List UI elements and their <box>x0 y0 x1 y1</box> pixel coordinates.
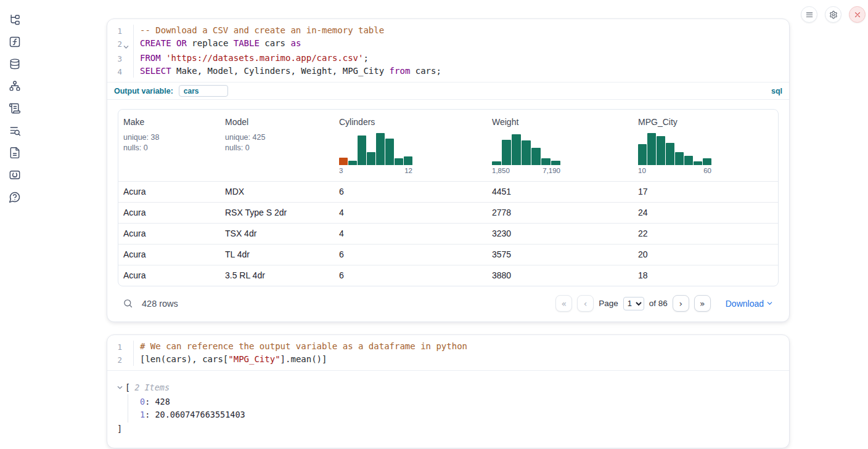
output-variable-bar: Output variable: sql <box>107 82 789 100</box>
table-row: AcuraRSX Type S 2dr4277824 <box>118 202 778 223</box>
tree-entry-key: 1 <box>140 410 145 419</box>
code-line: 2CREATE OR replace TABLE cars as <box>107 38 789 53</box>
histogram-ticks: 1060 <box>638 167 711 175</box>
code-text: FROM 'https://datasets.marimo.app/cars.c… <box>133 52 789 65</box>
python-editor[interactable]: 1# We can reference the output variable … <box>107 335 789 370</box>
prev-page-button[interactable]: ‹ <box>577 295 594 312</box>
settings-button[interactable] <box>825 6 841 23</box>
notebook: 1-- Download a CSV and create an in-memo… <box>107 18 790 448</box>
table-cell: Acura <box>118 245 220 265</box>
items-count-label: 2 Items <box>134 381 170 394</box>
histogram-ticks: 312 <box>339 167 412 175</box>
table-cell: TL 4dr <box>220 245 334 265</box>
table-cell: 18 <box>633 265 778 286</box>
tree-entry: 1: 20.060747663551403 <box>140 408 779 421</box>
output-variable-label: Output variable: <box>114 87 173 95</box>
table-cell: Acura <box>118 224 220 244</box>
hist-bar <box>666 143 674 165</box>
scratchpad-icon[interactable] <box>9 102 21 115</box>
table-cell: Acura <box>118 265 220 286</box>
functions-icon[interactable] <box>9 36 21 48</box>
column-name[interactable]: MPG_City <box>638 117 773 127</box>
tree-entry-value: 20.060747663551403 <box>155 410 245 419</box>
hist-bar <box>512 134 521 165</box>
download-button[interactable]: Download <box>726 299 774 309</box>
table-cell: 3230 <box>487 224 633 244</box>
last-page-button[interactable]: » <box>694 295 711 312</box>
code-token: replace <box>187 38 234 48</box>
column-header: Makeunique: 38nulls: 0 <box>118 110 220 181</box>
code-token: CREATE <box>140 38 171 48</box>
window-controls <box>801 6 866 23</box>
download-label: Download <box>726 299 764 309</box>
code-line: 3FROM 'https://datasets.marimo.app/cars.… <box>107 52 789 65</box>
stat-line: unique: 425 <box>225 132 329 143</box>
table-cell: 3575 <box>487 245 633 265</box>
next-page-button[interactable]: › <box>673 295 689 312</box>
documentation-icon[interactable] <box>9 147 21 159</box>
column-stats: unique: 38nulls: 0 <box>123 132 215 153</box>
tick-label: 12 <box>404 167 412 175</box>
column-name[interactable]: Weight <box>492 117 628 127</box>
code-token: [len(cars), cars[ <box>140 354 228 364</box>
code-token: OR <box>176 38 187 48</box>
hist-bar <box>657 136 665 165</box>
table-cell: 17 <box>633 182 778 202</box>
datasources-icon[interactable] <box>9 58 21 70</box>
search-icon[interactable] <box>123 298 133 309</box>
page-select[interactable]: 1 <box>623 297 644 310</box>
hist-bar <box>492 161 501 165</box>
stat-line: nulls: 0 <box>225 143 329 153</box>
table-cell: TSX 4dr <box>220 224 334 244</box>
table-cell: RSX Type S 2dr <box>220 203 334 223</box>
sql-editor[interactable]: 1-- Download a CSV and create an in-memo… <box>107 19 789 82</box>
hamburger-icon <box>805 10 814 19</box>
total-pages-label: of 86 <box>649 299 668 308</box>
tree-entry-value: 428 <box>155 397 170 407</box>
fold-toggle-icon[interactable] <box>122 38 129 53</box>
tick-label: 60 <box>703 167 711 175</box>
data-table: Makeunique: 38nulls: 0Modelunique: 425nu… <box>118 109 779 286</box>
tick-label: 10 <box>638 167 646 175</box>
tree-root-row: [ 2 Items <box>117 381 779 394</box>
close-button[interactable] <box>849 6 866 23</box>
column-name[interactable]: Make <box>123 117 215 127</box>
hist-bar <box>385 139 394 165</box>
fold-gutter <box>122 354 129 366</box>
hist-bar <box>703 158 711 165</box>
hist-bar <box>348 161 357 165</box>
histogram-bars <box>339 131 412 165</box>
dependency-graph-icon[interactable] <box>9 80 21 92</box>
output-variable-input[interactable] <box>179 85 228 97</box>
snippets-icon[interactable] <box>9 169 21 181</box>
column-name[interactable]: Cylinders <box>339 117 482 127</box>
code-token: cars <box>260 38 291 48</box>
hist-bar <box>339 158 348 165</box>
code-token: ; <box>363 53 368 63</box>
tree-entry: 0: 428 <box>140 395 779 408</box>
code-line: 4SELECT Make, Model, Cylinders, Weight, … <box>107 65 789 78</box>
hist-bar <box>531 148 541 165</box>
file-tree-icon[interactable] <box>9 14 21 26</box>
collapse-toggle-icon[interactable] <box>117 385 125 390</box>
logs-icon[interactable] <box>9 124 21 137</box>
column-name[interactable]: Model <box>225 117 329 127</box>
table-cell: Acura <box>118 203 220 223</box>
hist-bar <box>675 152 684 165</box>
fold-gutter <box>122 52 129 65</box>
menu-button[interactable] <box>801 6 817 23</box>
code-token: TABLE <box>234 38 260 48</box>
column-header: Cylinders312 <box>334 110 487 181</box>
hist-bar <box>404 156 412 165</box>
histogram-bars <box>492 131 560 165</box>
help-icon[interactable] <box>9 191 21 203</box>
code-text: CREATE OR replace TABLE cars as <box>133 38 789 53</box>
hist-bar <box>638 144 647 165</box>
histogram: 1060 <box>638 131 711 175</box>
table-cell: Acura <box>118 182 220 202</box>
page-label: Page <box>599 299 618 308</box>
table-cell: 6 <box>334 265 487 286</box>
hist-bar <box>376 133 385 165</box>
table-cell: 3.5 RL 4dr <box>220 265 334 286</box>
first-page-button[interactable]: « <box>555 295 572 312</box>
